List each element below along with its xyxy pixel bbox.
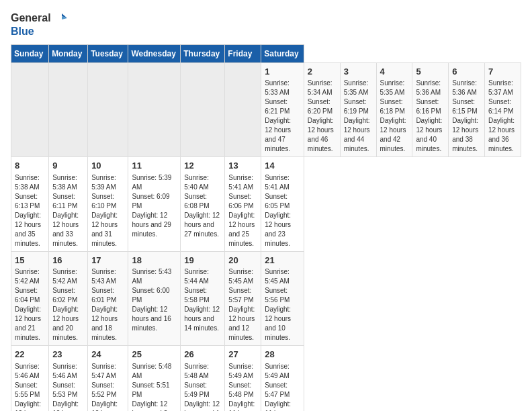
header-cell-tuesday: Tuesday bbox=[88, 44, 128, 62]
day-info: Sunrise: 5:46 AMSunset: 5:53 PMDaylight:… bbox=[52, 362, 84, 411]
day-info: Sunrise: 5:39 AMSunset: 6:09 PMDaylight:… bbox=[132, 173, 177, 239]
day-number: 28 bbox=[265, 349, 300, 361]
day-info: Sunrise: 5:48 AMSunset: 5:51 PMDaylight:… bbox=[132, 362, 177, 411]
day-number: 27 bbox=[228, 349, 257, 361]
day-number: 4 bbox=[380, 66, 409, 78]
calendar-cell: 9Sunrise: 5:38 AMSunset: 6:11 PMDaylight… bbox=[49, 157, 88, 252]
day-number: 3 bbox=[344, 66, 373, 78]
calendar-cell: 13Sunrise: 5:41 AMSunset: 6:06 PMDayligh… bbox=[225, 157, 261, 252]
day-info: Sunrise: 5:42 AMSunset: 6:02 PMDaylight:… bbox=[52, 267, 84, 342]
day-info: Sunrise: 5:36 AMSunset: 6:15 PMDaylight:… bbox=[452, 79, 481, 154]
day-number: 21 bbox=[265, 255, 300, 267]
day-number: 1 bbox=[265, 66, 300, 78]
header-cell-sunday: Sunday bbox=[11, 44, 49, 62]
calendar-cell: 26Sunrise: 5:48 AMSunset: 5:49 PMDayligh… bbox=[181, 346, 225, 411]
calendar-cell: 8Sunrise: 5:38 AMSunset: 6:13 PMDaylight… bbox=[11, 157, 49, 252]
day-info: Sunrise: 5:42 AMSunset: 6:04 PMDaylight:… bbox=[15, 267, 45, 342]
day-number: 6 bbox=[452, 66, 481, 78]
calendar-cell: 17Sunrise: 5:43 AMSunset: 6:01 PMDayligh… bbox=[88, 251, 128, 346]
day-info: Sunrise: 5:45 AMSunset: 5:56 PMDaylight:… bbox=[265, 267, 300, 342]
header: General Blue bbox=[11, 11, 521, 38]
header-cell-thursday: Thursday bbox=[181, 44, 225, 62]
day-number: 9 bbox=[52, 160, 84, 172]
calendar-table: SundayMondayTuesdayWednesdayThursdayFrid… bbox=[11, 44, 521, 411]
day-info: Sunrise: 5:41 AMSunset: 6:05 PMDaylight:… bbox=[265, 173, 300, 248]
calendar-cell: 10Sunrise: 5:39 AMSunset: 6:10 PMDayligh… bbox=[88, 157, 128, 252]
calendar-cell: 6Sunrise: 5:36 AMSunset: 6:15 PMDaylight… bbox=[449, 62, 485, 157]
week-row-1: 1Sunrise: 5:33 AMSunset: 6:21 PMDaylight… bbox=[11, 62, 521, 157]
day-info: Sunrise: 5:34 AMSunset: 6:20 PMDaylight:… bbox=[308, 79, 337, 154]
calendar-cell: 23Sunrise: 5:46 AMSunset: 5:53 PMDayligh… bbox=[49, 346, 88, 411]
calendar-cell: 4Sunrise: 5:35 AMSunset: 6:18 PMDaylight… bbox=[376, 62, 412, 157]
calendar-cell bbox=[11, 62, 49, 157]
day-info: Sunrise: 5:35 AMSunset: 6:18 PMDaylight:… bbox=[380, 79, 409, 154]
day-info: Sunrise: 5:48 AMSunset: 5:49 PMDaylight:… bbox=[184, 362, 221, 411]
day-number: 22 bbox=[15, 349, 45, 361]
day-info: Sunrise: 5:37 AMSunset: 6:14 PMDaylight:… bbox=[488, 79, 517, 154]
day-number: 19 bbox=[184, 255, 221, 267]
header-cell-friday: Friday bbox=[225, 44, 261, 62]
day-info: Sunrise: 5:43 AMSunset: 6:00 PMDaylight:… bbox=[132, 267, 177, 333]
calendar-cell bbox=[181, 62, 225, 157]
day-info: Sunrise: 5:43 AMSunset: 6:01 PMDaylight:… bbox=[91, 267, 124, 342]
day-info: Sunrise: 5:39 AMSunset: 6:10 PMDaylight:… bbox=[91, 173, 124, 248]
day-info: Sunrise: 5:46 AMSunset: 5:55 PMDaylight:… bbox=[15, 362, 45, 411]
calendar-cell: 24Sunrise: 5:47 AMSunset: 5:52 PMDayligh… bbox=[88, 346, 128, 411]
week-row-3: 15Sunrise: 5:42 AMSunset: 6:04 PMDayligh… bbox=[11, 251, 521, 346]
logo-bird-icon bbox=[52, 11, 67, 26]
day-number: 25 bbox=[132, 349, 177, 361]
day-info: Sunrise: 5:49 AMSunset: 5:47 PMDaylight:… bbox=[265, 362, 300, 411]
calendar-cell: 11Sunrise: 5:39 AMSunset: 6:09 PMDayligh… bbox=[128, 157, 181, 252]
calendar-cell: 2Sunrise: 5:34 AMSunset: 6:20 PMDaylight… bbox=[304, 62, 340, 157]
day-info: Sunrise: 5:40 AMSunset: 6:08 PMDaylight:… bbox=[184, 173, 221, 239]
calendar-cell: 27Sunrise: 5:49 AMSunset: 5:48 PMDayligh… bbox=[225, 346, 261, 411]
calendar-cell: 28Sunrise: 5:49 AMSunset: 5:47 PMDayligh… bbox=[261, 346, 304, 411]
calendar-cell bbox=[88, 62, 128, 157]
day-info: Sunrise: 5:33 AMSunset: 6:21 PMDaylight:… bbox=[265, 79, 300, 154]
day-info: Sunrise: 5:47 AMSunset: 5:52 PMDaylight:… bbox=[91, 362, 124, 411]
day-info: Sunrise: 5:44 AMSunset: 5:58 PMDaylight:… bbox=[184, 267, 221, 333]
calendar-cell: 16Sunrise: 5:42 AMSunset: 6:02 PMDayligh… bbox=[49, 251, 88, 346]
day-number: 26 bbox=[184, 349, 221, 361]
day-number: 13 bbox=[228, 160, 257, 172]
day-info: Sunrise: 5:49 AMSunset: 5:48 PMDaylight:… bbox=[228, 362, 257, 411]
logo: General Blue bbox=[11, 11, 67, 38]
calendar-cell: 20Sunrise: 5:45 AMSunset: 5:57 PMDayligh… bbox=[225, 251, 261, 346]
day-info: Sunrise: 5:38 AMSunset: 6:11 PMDaylight:… bbox=[52, 173, 84, 248]
day-number: 7 bbox=[488, 66, 517, 78]
calendar-cell: 12Sunrise: 5:40 AMSunset: 6:08 PMDayligh… bbox=[181, 157, 225, 252]
calendar-cell: 25Sunrise: 5:48 AMSunset: 5:51 PMDayligh… bbox=[128, 346, 181, 411]
day-info: Sunrise: 5:38 AMSunset: 6:13 PMDaylight:… bbox=[15, 173, 45, 248]
day-number: 11 bbox=[132, 160, 177, 172]
day-info: Sunrise: 5:36 AMSunset: 6:16 PMDaylight:… bbox=[416, 79, 445, 154]
calendar-cell: 14Sunrise: 5:41 AMSunset: 6:05 PMDayligh… bbox=[261, 157, 304, 252]
header-cell-saturday: Saturday bbox=[261, 44, 304, 62]
header-row: SundayMondayTuesdayWednesdayThursdayFrid… bbox=[11, 44, 521, 62]
day-info: Sunrise: 5:41 AMSunset: 6:06 PMDaylight:… bbox=[228, 173, 257, 248]
day-number: 2 bbox=[308, 66, 337, 78]
day-number: 10 bbox=[91, 160, 124, 172]
calendar-cell: 21Sunrise: 5:45 AMSunset: 5:56 PMDayligh… bbox=[261, 251, 304, 346]
day-number: 15 bbox=[15, 255, 45, 267]
week-row-4: 22Sunrise: 5:46 AMSunset: 5:55 PMDayligh… bbox=[11, 346, 521, 411]
calendar-cell: 22Sunrise: 5:46 AMSunset: 5:55 PMDayligh… bbox=[11, 346, 49, 411]
calendar-cell: 7Sunrise: 5:37 AMSunset: 6:14 PMDaylight… bbox=[485, 62, 521, 157]
week-row-2: 8Sunrise: 5:38 AMSunset: 6:13 PMDaylight… bbox=[11, 157, 521, 252]
calendar-cell: 1Sunrise: 5:33 AMSunset: 6:21 PMDaylight… bbox=[261, 62, 304, 157]
calendar-cell bbox=[225, 62, 261, 157]
day-number: 5 bbox=[416, 66, 445, 78]
day-info: Sunrise: 5:45 AMSunset: 5:57 PMDaylight:… bbox=[228, 267, 257, 342]
day-number: 12 bbox=[184, 160, 221, 172]
calendar-cell bbox=[49, 62, 88, 157]
day-number: 8 bbox=[15, 160, 45, 172]
calendar-cell: 3Sunrise: 5:35 AMSunset: 6:19 PMDaylight… bbox=[340, 62, 376, 157]
day-number: 23 bbox=[52, 349, 84, 361]
logo-text: General Blue bbox=[11, 11, 67, 38]
calendar-cell: 15Sunrise: 5:42 AMSunset: 6:04 PMDayligh… bbox=[11, 251, 49, 346]
calendar-cell: 5Sunrise: 5:36 AMSunset: 6:16 PMDaylight… bbox=[412, 62, 449, 157]
day-info: Sunrise: 5:35 AMSunset: 6:19 PMDaylight:… bbox=[344, 79, 373, 154]
day-number: 24 bbox=[91, 349, 124, 361]
calendar-cell: 18Sunrise: 5:43 AMSunset: 6:00 PMDayligh… bbox=[128, 251, 181, 346]
calendar-cell bbox=[128, 62, 181, 157]
calendar-cell: 19Sunrise: 5:44 AMSunset: 5:58 PMDayligh… bbox=[181, 251, 225, 346]
